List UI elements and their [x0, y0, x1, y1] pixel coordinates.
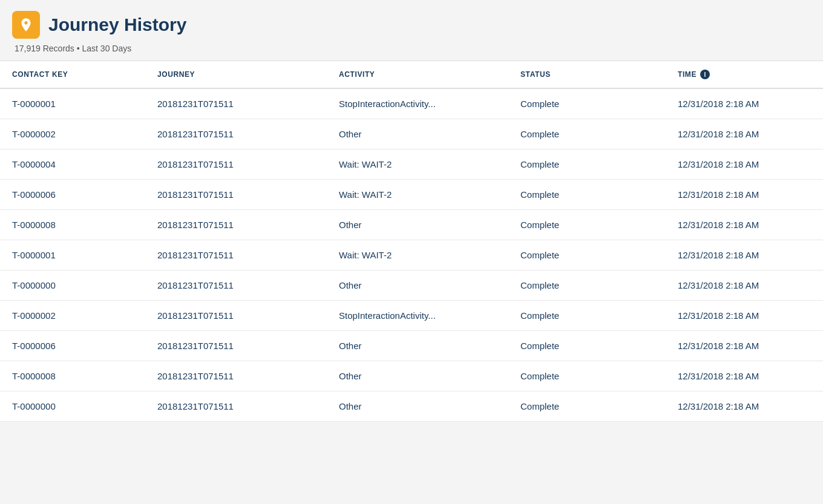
location-pin-icon [18, 17, 34, 33]
table-row[interactable]: T-000000820181231T071511OtherComplete12/… [0, 210, 823, 240]
cell-journey: 20181231T071511 [157, 129, 339, 139]
col-header-journey: JOURNEY [157, 70, 339, 79]
cell-status: Complete [520, 129, 678, 139]
cell-activity: StopInteractionActivity... [339, 99, 520, 109]
table-row[interactable]: T-000000120181231T071511StopInteractionA… [0, 89, 823, 119]
cell-status: Complete [520, 341, 678, 351]
cell-journey: 20181231T071511 [157, 371, 339, 381]
cell-journey: 20181231T071511 [157, 341, 339, 351]
cell-journey: 20181231T071511 [157, 401, 339, 411]
header-section: Journey History 17,919 Records • Last 30… [0, 0, 823, 61]
cell-journey: 20181231T071511 [157, 220, 339, 230]
cell-time: 12/31/2018 2:18 AM [678, 280, 811, 290]
cell-time: 12/31/2018 2:18 AM [678, 189, 811, 200]
cell-time: 12/31/2018 2:18 AM [678, 99, 811, 109]
cell-journey: 20181231T071511 [157, 310, 339, 321]
cell-journey: 20181231T071511 [157, 159, 339, 169]
cell-time: 12/31/2018 2:18 AM [678, 341, 811, 351]
cell-activity: Wait: WAIT-2 [339, 159, 520, 169]
cell-status: Complete [520, 280, 678, 290]
table-row[interactable]: T-000000220181231T071511StopInteractionA… [0, 301, 823, 331]
cell-contact-key: T-0000002 [12, 129, 157, 139]
col-header-contact-key: CONTACT KEY [12, 70, 157, 79]
table-row[interactable]: T-000000020181231T071511OtherComplete12/… [0, 391, 823, 422]
col-header-status: STATUS [520, 70, 678, 79]
cell-activity: Other [339, 341, 520, 351]
cell-time: 12/31/2018 2:18 AM [678, 159, 811, 169]
cell-activity: StopInteractionActivity... [339, 310, 520, 321]
cell-activity: Other [339, 401, 520, 411]
table-row[interactable]: T-000000020181231T071511OtherComplete12/… [0, 270, 823, 301]
subtitle: 17,919 Records • Last 30 Days [12, 44, 811, 53]
table-row[interactable]: T-000000220181231T071511OtherComplete12/… [0, 119, 823, 149]
cell-contact-key: T-0000000 [12, 280, 157, 290]
table-row[interactable]: T-000000820181231T071511OtherComplete12/… [0, 361, 823, 391]
cell-status: Complete [520, 250, 678, 260]
cell-status: Complete [520, 99, 678, 109]
cell-time: 12/31/2018 2:18 AM [678, 310, 811, 321]
cell-status: Complete [520, 159, 678, 169]
cell-contact-key: T-0000001 [12, 250, 157, 260]
cell-status: Complete [520, 401, 678, 411]
table-row[interactable]: T-000000620181231T071511OtherComplete12/… [0, 331, 823, 361]
title-icon [12, 11, 40, 39]
cell-activity: Wait: WAIT-2 [339, 250, 520, 260]
cell-activity: Wait: WAIT-2 [339, 189, 520, 200]
col-header-activity: ACTIVITY [339, 70, 520, 79]
table-row[interactable]: T-000000120181231T071511Wait: WAIT-2Comp… [0, 240, 823, 270]
cell-time: 12/31/2018 2:18 AM [678, 129, 811, 139]
cell-contact-key: T-0000004 [12, 159, 157, 169]
cell-status: Complete [520, 220, 678, 230]
table-row[interactable]: T-000000420181231T071511Wait: WAIT-2Comp… [0, 149, 823, 180]
table-header: CONTACT KEY JOURNEY ACTIVITY STATUS TIME… [0, 61, 823, 89]
cell-status: Complete [520, 310, 678, 321]
cell-contact-key: T-0000001 [12, 99, 157, 109]
cell-status: Complete [520, 371, 678, 381]
cell-time: 12/31/2018 2:18 AM [678, 401, 811, 411]
cell-contact-key: T-0000008 [12, 220, 157, 230]
col-header-time: TIME i [678, 70, 811, 79]
table-row[interactable]: T-000000620181231T071511Wait: WAIT-2Comp… [0, 180, 823, 210]
cell-journey: 20181231T071511 [157, 189, 339, 200]
cell-time: 12/31/2018 2:18 AM [678, 250, 811, 260]
cell-contact-key: T-0000006 [12, 189, 157, 200]
cell-contact-key: T-0000000 [12, 401, 157, 411]
cell-activity: Other [339, 280, 520, 290]
cell-contact-key: T-0000006 [12, 341, 157, 351]
time-info-icon[interactable]: i [700, 70, 710, 79]
cell-journey: 20181231T071511 [157, 280, 339, 290]
page-title: Journey History [48, 15, 186, 35]
cell-contact-key: T-0000002 [12, 310, 157, 321]
cell-contact-key: T-0000008 [12, 371, 157, 381]
cell-status: Complete [520, 189, 678, 200]
cell-time: 12/31/2018 2:18 AM [678, 371, 811, 381]
cell-time: 12/31/2018 2:18 AM [678, 220, 811, 230]
cell-activity: Other [339, 129, 520, 139]
cell-journey: 20181231T071511 [157, 250, 339, 260]
cell-activity: Other [339, 371, 520, 381]
cell-journey: 20181231T071511 [157, 99, 339, 109]
cell-activity: Other [339, 220, 520, 230]
table-body: T-000000120181231T071511StopInteractionA… [0, 89, 823, 422]
table-container: CONTACT KEY JOURNEY ACTIVITY STATUS TIME… [0, 61, 823, 422]
